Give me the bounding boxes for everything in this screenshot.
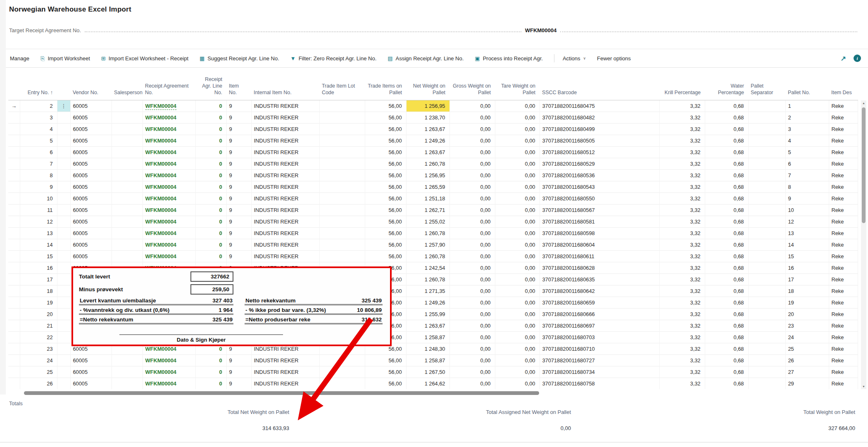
cell-sscc[interactable]: 370718820011680734 (540, 366, 659, 378)
cell-item_no[interactable]: 9 (226, 204, 251, 216)
cell-krill_percentage[interactable]: 3,32 (659, 227, 705, 239)
cell-pallet_separator[interactable] (748, 250, 785, 262)
cell-krill_percentage[interactable]: 3,32 (659, 181, 705, 193)
cell-sscc[interactable]: 370718820011680529 (540, 158, 659, 169)
cell-water_percentage[interactable]: 0,68 (705, 262, 748, 273)
cell-pallet_no[interactable]: 4 (785, 135, 829, 146)
cell-receipt_agreement_no[interactable]: WFKM00004 (143, 146, 195, 158)
cell-pallet_no[interactable]: 12 (785, 216, 829, 227)
cell-item_description[interactable]: Reke (829, 193, 858, 204)
cell-item_no[interactable]: 9 (226, 181, 251, 193)
cell-water_percentage[interactable]: 0,68 (705, 331, 748, 343)
cell-receipt_agr_line_no[interactable]: 0 (195, 239, 226, 250)
cell-menu[interactable] (57, 343, 70, 354)
cell-pallet_no[interactable]: 19 (785, 297, 829, 308)
cell-pallet_no[interactable]: 15 (785, 250, 829, 262)
cell-receipt_agr_line_no[interactable]: 0 (195, 146, 226, 158)
cell-receipt_agr_line_no[interactable]: 0 (195, 123, 226, 135)
cell-item_no[interactable]: 9 (226, 123, 251, 135)
cell-trade_item_lot_code[interactable] (319, 239, 365, 250)
cell-sscc[interactable]: 370718820011680697 (540, 320, 659, 331)
cell-net_weight[interactable]: 1 258,87 (406, 354, 449, 366)
cell-water_percentage[interactable]: 0,68 (705, 193, 748, 204)
cell-menu[interactable] (57, 285, 70, 297)
col-header-receipt_agr_line_no[interactable]: Receipt Agr. Line No. (195, 67, 226, 100)
cell-receipt_agreement_no[interactable]: WFKM00004 (143, 239, 195, 250)
cell-item_description[interactable]: Reke (829, 343, 858, 354)
cell-pallet_separator[interactable] (748, 320, 785, 331)
cell-water_percentage[interactable]: 0,68 (705, 320, 748, 331)
cell-entry_no[interactable]: 6 (20, 146, 57, 158)
cell-salesperson[interactable] (112, 204, 143, 216)
cell-menu[interactable] (57, 227, 70, 239)
cell-salesperson[interactable] (112, 100, 143, 112)
cell-internal_item_no[interactable]: INDUSTRI REKER (251, 100, 319, 112)
cell-net_weight[interactable]: 1 263,67 (406, 123, 449, 135)
cell-sel[interactable] (8, 320, 20, 331)
cell-menu[interactable] (57, 216, 70, 227)
cell-item_description[interactable]: Reke (829, 285, 858, 297)
cell-item_no[interactable]: 9 (226, 146, 251, 158)
cell-salesperson[interactable] (112, 135, 143, 146)
cell-salesperson[interactable] (112, 216, 143, 227)
cell-trade_items_on_pallet[interactable]: 56,00 (365, 204, 406, 216)
cell-sscc[interactable]: 370718820011680727 (540, 354, 659, 366)
suggest-receipt-button[interactable]: ▦Suggest Receipt Agr. Line No. (200, 55, 279, 62)
cell-net_weight[interactable]: 1 265,59 (406, 181, 449, 193)
cell-menu-icon[interactable]: ⋮ (57, 100, 70, 112)
cell-net_weight[interactable]: 1 260,78 (406, 227, 449, 239)
cell-menu[interactable] (57, 331, 70, 343)
cell-net_weight[interactable]: 1 255,02 (406, 216, 449, 227)
cell-sscc[interactable]: 370718820011680666 (540, 308, 659, 320)
cell-gross_weight[interactable]: 0,00 (449, 204, 495, 216)
cell-water_percentage[interactable]: 0,68 (705, 354, 748, 366)
cell-receipt_agreement_no[interactable]: WFKM00004 (143, 181, 195, 193)
cell-menu[interactable] (57, 297, 70, 308)
cell-gross_weight[interactable]: 0,00 (449, 100, 495, 112)
cell-trade_items_on_pallet[interactable]: 56,00 (365, 250, 406, 262)
col-header-pallet_no[interactable]: Pallet No. (785, 67, 829, 100)
cell-sel[interactable] (8, 193, 20, 204)
cell-gross_weight[interactable]: 0,00 (449, 135, 495, 146)
cell-krill_percentage[interactable]: 3,32 (659, 123, 705, 135)
scroll-up-icon[interactable]: ▲ (861, 102, 866, 105)
selected-row-arrow-icon[interactable]: → (8, 100, 20, 112)
cell-krill_percentage[interactable]: 3,32 (659, 112, 705, 123)
col-header-item_no[interactable]: Item No. (226, 67, 251, 100)
cell-gross_weight[interactable]: 0,00 (449, 250, 495, 262)
cell-sel[interactable] (8, 366, 20, 378)
cell-tare_weight[interactable]: 0,00 (495, 239, 540, 250)
cell-receipt_agr_line_no[interactable]: 0 (195, 100, 226, 112)
cell-sel[interactable] (8, 112, 20, 123)
scroll-down-icon[interactable]: ▼ (861, 385, 866, 388)
info-icon[interactable]: i (854, 55, 861, 62)
cell-trade_items_on_pallet[interactable]: 56,00 (365, 123, 406, 135)
cell-gross_weight[interactable]: 0,00 (449, 169, 495, 181)
cell-pallet_separator[interactable] (748, 354, 785, 366)
cell-sel[interactable] (8, 285, 20, 297)
cell-trade_items_on_pallet[interactable]: 56,00 (365, 227, 406, 239)
cell-pallet_separator[interactable] (748, 227, 785, 239)
cell-pallet_separator[interactable] (748, 123, 785, 135)
cell-trade_items_on_pallet[interactable]: 56,00 (365, 239, 406, 250)
cell-internal_item_no[interactable]: INDUSTRI REKER (251, 378, 319, 389)
cell-item_no[interactable]: 9 (226, 112, 251, 123)
cell-krill_percentage[interactable]: 3,32 (659, 343, 705, 354)
cell-salesperson[interactable] (112, 239, 143, 250)
cell-water_percentage[interactable]: 0,68 (705, 308, 748, 320)
cell-tare_weight[interactable]: 0,00 (495, 354, 540, 366)
cell-krill_percentage[interactable]: 3,32 (659, 100, 705, 112)
cell-pallet_separator[interactable] (748, 378, 785, 389)
cell-tare_weight[interactable]: 0,00 (495, 158, 540, 169)
cell-entry_no[interactable]: 4 (20, 123, 57, 135)
cell-item_no[interactable]: 9 (226, 354, 251, 366)
cell-gross_weight[interactable]: 0,00 (449, 285, 495, 297)
cell-vendor_no[interactable]: 60005 (70, 250, 112, 262)
cell-vendor_no[interactable]: 60005 (70, 227, 112, 239)
cell-net_weight[interactable]: 1 258,87 (406, 331, 449, 343)
cell-pallet_separator[interactable] (748, 112, 785, 123)
cell-item_description[interactable]: Reke (829, 158, 858, 169)
cell-item_description[interactable]: Reke (829, 227, 858, 239)
cell-krill_percentage[interactable]: 3,32 (659, 204, 705, 216)
cell-vendor_no[interactable]: 60005 (70, 366, 112, 378)
